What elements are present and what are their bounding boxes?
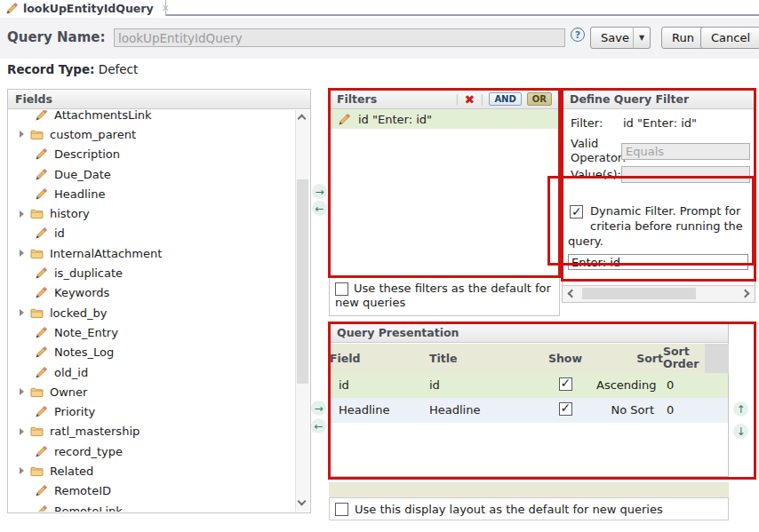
pencil-icon: [338, 113, 351, 126]
pencil-icon: [35, 345, 48, 359]
fields-scrollbar[interactable]: [295, 110, 309, 512]
scroll-right-icon[interactable]: [741, 290, 750, 298]
filter-value: id "Enter: id": [623, 116, 697, 130]
scrollbar-thumb[interactable]: [297, 179, 308, 384]
tree-item-label: Keywords: [54, 286, 109, 299]
move-left-icon[interactable]: ←: [311, 418, 326, 433]
column-title[interactable]: Title: [429, 350, 534, 367]
query-name-input[interactable]: [114, 28, 565, 47]
column-field[interactable]: Field: [330, 350, 429, 367]
tree-item-label: locked_by: [50, 306, 107, 320]
help-icon[interactable]: ?: [571, 28, 585, 42]
expand-caret-icon[interactable]: [20, 467, 24, 474]
tree-item-remotelink[interactable]: RemoteLink: [8, 501, 295, 512]
expand-caret-icon[interactable]: [20, 428, 24, 435]
tree-item-id[interactable]: id: [8, 224, 295, 243]
filters-panel-header: Filters | ✖ | AND OR: [330, 90, 559, 109]
dynamic-filter-checkbox[interactable]: [570, 205, 583, 218]
expand-caret-icon[interactable]: [20, 388, 24, 395]
filter-list-item-selected[interactable]: id "Enter: id": [330, 109, 559, 129]
cancel-button[interactable]: Cancel: [700, 27, 759, 49]
dynamic-filter-label: Dynamic Filter. Prompt for criteria befo…: [568, 204, 743, 248]
move-right-icon[interactable]: →: [312, 184, 327, 199]
tree-item-attachmentslink[interactable]: AttachmentsLink: [8, 110, 295, 124]
cell-sort[interactable]: Ascending: [596, 378, 663, 392]
folder-icon: [30, 208, 44, 219]
query-name-label: Query Name:: [7, 29, 105, 45]
move-up-icon[interactable]: ↑: [733, 401, 748, 417]
tree-item-locked_by[interactable]: locked_by: [8, 303, 295, 322]
column-show[interactable]: Show: [534, 350, 596, 367]
pencil-icon: [35, 110, 48, 122]
column-sort-order[interactable]: Sort Order: [663, 344, 705, 373]
tab-strip: lookUpEntityIdQuery ✕: [0, 0, 759, 16]
save-menu-arrow-icon[interactable]: ▼: [633, 27, 651, 49]
tree-item-label: Note_Entry: [54, 326, 118, 339]
show-checkbox[interactable]: [559, 377, 572, 391]
tree-item-headline[interactable]: Headline: [8, 184, 295, 203]
move-right-icon[interactable]: →: [311, 401, 326, 416]
tree-item-notes_log[interactable]: Notes_Log: [8, 343, 295, 362]
pencil-icon: [35, 484, 48, 497]
show-checkbox[interactable]: [559, 402, 572, 416]
table-footer-strip: [329, 482, 729, 497]
move-down-icon[interactable]: ↓: [733, 424, 748, 439]
tree-item-label: id: [54, 226, 65, 240]
tree-item-related[interactable]: Related: [8, 461, 295, 480]
and-button[interactable]: AND: [489, 92, 521, 106]
or-button[interactable]: OR: [527, 92, 552, 106]
scroll-down-icon[interactable]: [298, 497, 307, 506]
query-presentation-header: Query Presentation: [330, 323, 728, 343]
tree-item-remoteid[interactable]: RemoteID: [8, 481, 295, 501]
cell-sort[interactable]: No Sort: [596, 403, 663, 417]
cell-sort-order: 0: [663, 403, 705, 417]
tree-item-old_id[interactable]: old_id: [8, 362, 295, 382]
tab-lookupentityidquery[interactable]: lookUpEntityIdQuery ✕: [0, 0, 166, 16]
expand-caret-icon[interactable]: [20, 309, 24, 316]
tree-item-description[interactable]: Description: [8, 145, 295, 164]
tree-item-ratl_mastership[interactable]: ratl_mastership: [8, 422, 295, 441]
column-sort[interactable]: Sort: [596, 350, 663, 367]
run-button[interactable]: Run: [661, 27, 705, 49]
tree-item-keywords[interactable]: Keywords: [8, 283, 295, 303]
expand-caret-icon[interactable]: [20, 250, 24, 257]
expand-caret-icon[interactable]: [20, 210, 24, 218]
tree-item-record_type[interactable]: record_type: [8, 441, 295, 461]
expand-caret-icon[interactable]: [20, 131, 24, 138]
tree-item-label: InternalAttachment: [50, 247, 162, 260]
tree-item-label: RemoteLink: [54, 504, 123, 512]
tree-item-history[interactable]: history: [8, 203, 295, 223]
filters-default-label: Use these filters as the default for new…: [335, 282, 551, 309]
table-row[interactable]: Headline Headline No Sort 0: [330, 398, 728, 423]
pencil-icon: [35, 168, 48, 181]
prompt-text-input[interactable]: [568, 254, 748, 270]
cell-sort-order: 0: [663, 378, 705, 392]
tree-item-owner[interactable]: Owner: [8, 382, 295, 401]
tree-item-custom_parent[interactable]: custom_parent: [8, 124, 295, 144]
folder-icon: [30, 307, 44, 319]
values-input: [621, 166, 750, 183]
tree-item-due_date[interactable]: Due_Date: [8, 164, 295, 184]
filters-default-checkbox[interactable]: [335, 282, 348, 296]
define-panel-hscrollbar[interactable]: [563, 285, 755, 302]
fields-panel: Fields AttachmentsLinkcustom_parentDescr…: [7, 89, 311, 513]
close-icon[interactable]: ✕: [162, 3, 170, 14]
delete-filter-icon[interactable]: ✖: [464, 92, 475, 107]
pencil-icon: [35, 226, 48, 240]
tree-item-priority[interactable]: Priority: [8, 401, 295, 421]
filters-default-row: Use these filters as the default for new…: [330, 277, 559, 315]
tree-item-note_entry[interactable]: Note_Entry: [8, 322, 295, 342]
tree-item-is_duplicate[interactable]: is_duplicate: [8, 263, 295, 282]
move-left-icon[interactable]: ←: [312, 201, 327, 216]
tree-item-internalattachment[interactable]: InternalAttachment: [8, 243, 295, 263]
layout-default-checkbox[interactable]: [335, 503, 348, 516]
scroll-up-icon[interactable]: [298, 115, 307, 123]
tree-item-label: Due_Date: [54, 168, 111, 181]
scrollbar-thumb[interactable]: [582, 288, 696, 299]
query-presentation-table: Field Title Show Sort Sort Order id id A…: [330, 344, 728, 423]
scroll-left-icon[interactable]: [568, 290, 577, 298]
table-row[interactable]: id id Ascending 0: [330, 373, 728, 398]
define-query-filter-panel: Define Query Filter Filter: id "Enter: i…: [562, 89, 755, 303]
tree-item-label: Owner: [50, 385, 87, 399]
cell-field: Headline: [330, 403, 429, 417]
